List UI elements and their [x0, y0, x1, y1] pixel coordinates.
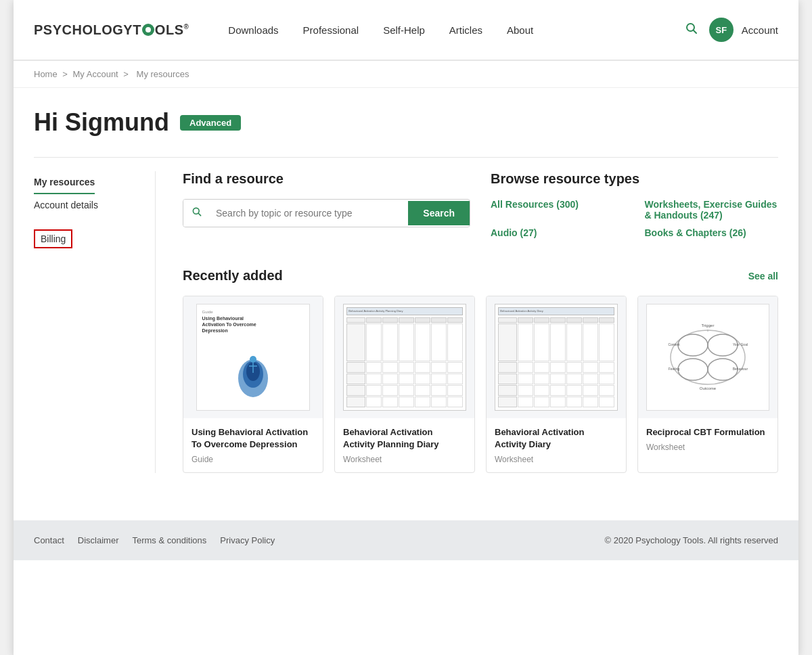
- find-resource-col: Find a resource Search: [183, 171, 470, 248]
- browse-col: Browse resource types All Resources (300…: [470, 171, 778, 248]
- breadcrumb-home[interactable]: Home: [34, 69, 58, 79]
- logo[interactable]: PSYCHOLOGYTOLS®: [34, 22, 189, 38]
- card-1-type: Guide: [191, 455, 315, 464]
- search-icon: [685, 22, 698, 35]
- account-link[interactable]: Account: [742, 24, 778, 36]
- svg-line-1: [693, 30, 696, 33]
- svg-text:Behaviour: Behaviour: [733, 367, 748, 371]
- logo-icon: [142, 24, 154, 36]
- card-2-thumbnail: Behavioural Activation Activity Planning…: [335, 296, 474, 418]
- search-button[interactable]: Search: [408, 201, 470, 225]
- browse-title: Browse resource types: [491, 171, 778, 187]
- nav-professional[interactable]: Professional: [291, 19, 371, 41]
- content-layout: My resources Account details Billing Fin…: [34, 157, 778, 473]
- find-resource-title: Find a resource: [183, 171, 470, 187]
- search-icon-sm: [191, 206, 202, 217]
- card-3-type: Worksheet: [495, 455, 618, 464]
- greeting-row: Hi Sigmund Advanced: [34, 108, 778, 137]
- card-2-body: Behavioral Activation Activity Planning …: [335, 418, 474, 472]
- recently-header: Recently added See all: [183, 268, 778, 284]
- search-row: Search: [183, 199, 470, 227]
- cbt-diagram: Trigger Context Your Goal Feeling Behavi…: [660, 317, 755, 398]
- svg-point-13: [678, 359, 708, 380]
- card-4-thumbnail: Trigger Context Your Goal Feeling Behavi…: [638, 296, 777, 418]
- search-icon-inline: [183, 200, 210, 227]
- card-1-illustration: [233, 344, 273, 399]
- svg-text:Your Goal: Your Goal: [733, 342, 748, 346]
- breadcrumb-my-account[interactable]: My Account: [73, 69, 118, 79]
- footer-disclaimer[interactable]: Disclaimer: [78, 535, 119, 545]
- avatar[interactable]: SF: [709, 18, 734, 42]
- sidebar: My resources Account details Billing: [34, 171, 156, 473]
- card-1-body: Using Behavioral Activation To Overcome …: [183, 418, 323, 472]
- card-3-title: Behavioral Activation Activity Diary: [495, 426, 618, 451]
- card-3-thumbnail: Behavioural Activation Activity Diary: [487, 296, 626, 418]
- svg-text:Trigger: Trigger: [702, 323, 715, 328]
- breadcrumb-sep-2: >: [123, 69, 131, 79]
- card-2-type: Worksheet: [343, 455, 466, 464]
- search-input[interactable]: [210, 201, 408, 225]
- browse-grid: All Resources (300) Worksheets, Exercise…: [491, 199, 778, 238]
- right-content: Find a resource Search: [156, 171, 778, 473]
- breadcrumb-current: My resources: [137, 69, 189, 79]
- card-2[interactable]: Behavioural Activation Activity Planning…: [334, 296, 475, 473]
- main-nav: Downloads Professional Self-Help Article…: [216, 19, 681, 41]
- search-icon-button[interactable]: [682, 19, 701, 41]
- card-1[interactable]: Guide Using BehaviouralActivation To Ove…: [183, 296, 323, 473]
- nav-articles[interactable]: Articles: [437, 19, 495, 41]
- sidebar-item-billing[interactable]: Billing: [34, 229, 72, 248]
- cards-grid: Guide Using BehaviouralActivation To Ove…: [183, 296, 778, 473]
- card-3[interactable]: Behavioural Activation Activity Diary: [486, 296, 627, 473]
- recently-added-section: Recently added See all Guide Using Behav…: [183, 268, 778, 473]
- logo-text: PSYCHOLOGYTOLS®: [34, 22, 189, 38]
- browse-worksheets[interactable]: Worksheets, Exercise Guides & Handouts (…: [645, 199, 779, 221]
- card-1-thumbnail: Guide Using BehaviouralActivation To Ove…: [183, 296, 323, 418]
- card-4-title: Reciprocal CBT Formulation: [646, 426, 769, 438]
- svg-text:Feeling: Feeling: [669, 367, 680, 371]
- footer: Contact Disclaimer Terms & conditions Pr…: [14, 520, 798, 560]
- browse-books[interactable]: Books & Chapters (26): [645, 227, 779, 238]
- footer-terms[interactable]: Terms & conditions: [132, 535, 206, 545]
- browse-all-resources[interactable]: All Resources (300): [491, 199, 625, 221]
- card-3-body: Behavioral Activation Activity Diary Wor…: [487, 418, 626, 472]
- sidebar-item-my-resources[interactable]: My resources: [34, 171, 95, 194]
- card-1-title: Using Behavioral Activation To Overcome …: [191, 426, 315, 451]
- card-2-title: Behavioral Activation Activity Planning …: [343, 426, 466, 451]
- nav-self-help[interactable]: Self-Help: [371, 19, 437, 41]
- header: PSYCHOLOGYTOLS® Downloads Professional S…: [14, 0, 798, 61]
- main-content: Hi Sigmund Advanced My resources Account…: [14, 88, 798, 493]
- see-all-link[interactable]: See all: [748, 271, 778, 281]
- footer-privacy[interactable]: Privacy Policy: [220, 535, 275, 545]
- sidebar-item-account-details[interactable]: Account details: [34, 194, 141, 216]
- svg-text:Outcome: Outcome: [700, 386, 717, 390]
- card-4[interactable]: Trigger Context Your Goal Feeling Behavi…: [637, 296, 778, 473]
- recently-added-title: Recently added: [183, 268, 283, 284]
- svg-line-3: [198, 213, 201, 216]
- svg-text:Context: Context: [668, 342, 680, 346]
- card-4-type: Worksheet: [646, 443, 769, 452]
- card-4-body: Reciprocal CBT Formulation Worksheet: [638, 418, 777, 460]
- advanced-badge: Advanced: [180, 115, 241, 131]
- nav-about[interactable]: About: [495, 19, 545, 41]
- nav-downloads[interactable]: Downloads: [216, 19, 290, 41]
- svg-point-7: [250, 356, 256, 363]
- footer-contact[interactable]: Contact: [34, 535, 64, 545]
- breadcrumb-sep-1: >: [62, 69, 70, 79]
- two-col-section: Find a resource Search: [183, 171, 778, 248]
- footer-links: Contact Disclaimer Terms & conditions Pr…: [34, 535, 275, 545]
- footer-copyright: © 2020 Psychology Tools. All rights rese…: [605, 535, 778, 545]
- header-right: SF Account: [682, 18, 778, 42]
- breadcrumb: Home > My Account > My resources: [14, 61, 798, 88]
- browse-audio[interactable]: Audio (27): [491, 227, 625, 238]
- svg-point-11: [678, 334, 708, 356]
- greeting-text: Hi Sigmund: [34, 108, 169, 137]
